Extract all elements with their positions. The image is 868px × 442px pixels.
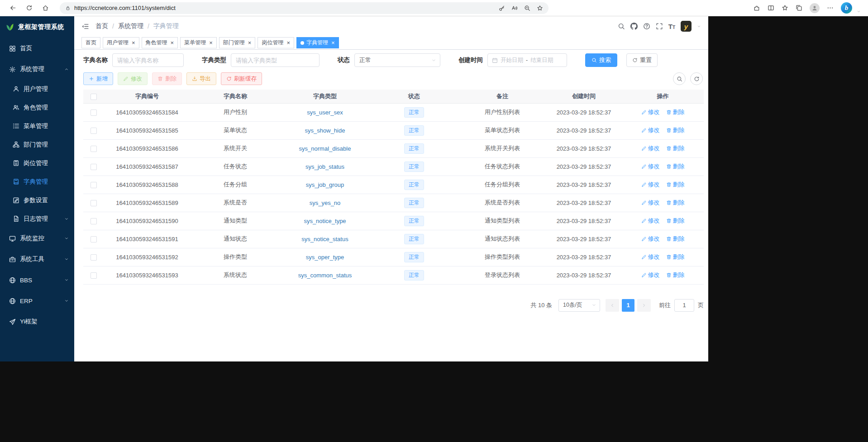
row-edit-link[interactable]: 修改: [641, 271, 660, 279]
add-button[interactable]: 新增: [83, 72, 113, 85]
row-delete-link[interactable]: 删除: [666, 144, 685, 152]
page-number-1[interactable]: 1: [622, 299, 634, 312]
row-edit-link[interactable]: 修改: [641, 162, 660, 171]
row-edit-link[interactable]: 修改: [641, 199, 660, 207]
extensions-icon[interactable]: [754, 5, 760, 11]
browser-menu-icon[interactable]: [827, 5, 834, 11]
row-delete-link[interactable]: 删除: [666, 126, 685, 134]
dict-type-link[interactable]: sys_yes_no: [310, 200, 341, 206]
sidebar-item-role[interactable]: 角色管理: [0, 98, 74, 117]
dict-type-link[interactable]: sys_job_group: [306, 181, 344, 188]
address-bar[interactable]: https://ccnetcore.com:1101/system/dict: [60, 2, 548, 14]
tab-close-icon[interactable]: ×: [331, 40, 335, 46]
row-checkbox[interactable]: [91, 254, 97, 261]
row-delete-link[interactable]: 删除: [666, 235, 685, 243]
tab-user[interactable]: 用户管理×: [103, 37, 139, 48]
favorite-add-icon[interactable]: [537, 5, 543, 11]
browser-refresh-button[interactable]: [21, 1, 37, 15]
dict-type-link[interactable]: sys_user_sex: [307, 109, 343, 116]
export-button[interactable]: 导出: [186, 72, 216, 85]
row-checkbox[interactable]: [91, 200, 97, 206]
user-avatar[interactable]: y: [681, 21, 692, 32]
sidebar-item-bbs[interactable]: BBS: [0, 270, 74, 290]
row-edit-link[interactable]: 修改: [641, 126, 660, 134]
row-edit-link[interactable]: 修改: [641, 144, 660, 152]
row-delete-link[interactable]: 删除: [666, 181, 685, 189]
header-search-icon[interactable]: [618, 23, 625, 30]
breadcrumb-item[interactable]: 首页: [95, 22, 108, 30]
sidebar-item-post[interactable]: 岗位管理: [0, 154, 74, 172]
goto-page-input[interactable]: [674, 299, 694, 312]
sidebar-item-tools[interactable]: 系统工具: [0, 249, 74, 270]
sidebar-item-erp[interactable]: ERP: [0, 290, 74, 311]
sidebar-item-param[interactable]: 参数设置: [0, 191, 74, 209]
row-edit-link[interactable]: 修改: [641, 181, 660, 189]
split-screen-icon[interactable]: [768, 5, 774, 11]
dict-type-input[interactable]: [231, 53, 320, 67]
sidebar-item-user[interactable]: 用户管理: [0, 80, 74, 98]
dict-type-link[interactable]: sys_oper_type: [306, 254, 344, 261]
sidebar-item-home[interactable]: 首页: [0, 38, 74, 59]
breadcrumb-item[interactable]: 系统管理: [118, 22, 143, 30]
refresh-table-button[interactable]: [690, 72, 703, 85]
dict-type-link[interactable]: sys_notice_type: [304, 218, 346, 224]
prev-page-button[interactable]: [606, 299, 619, 312]
tab-dept[interactable]: 部门管理×: [219, 37, 256, 48]
tab-close-icon[interactable]: ×: [171, 40, 174, 46]
reset-button[interactable]: 重置: [626, 53, 658, 67]
next-page-button[interactable]: [637, 299, 651, 312]
row-edit-link[interactable]: 修改: [641, 217, 660, 225]
tab-post[interactable]: 岗位管理×: [258, 37, 294, 48]
browser-back-button[interactable]: [5, 1, 21, 15]
row-delete-link[interactable]: 删除: [666, 271, 685, 279]
row-edit-link[interactable]: 修改: [641, 235, 660, 243]
tab-close-icon[interactable]: ×: [248, 40, 252, 46]
row-delete-link[interactable]: 删除: [666, 217, 685, 225]
font-size-icon[interactable]: TT: [668, 23, 675, 30]
tab-home[interactable]: 首页: [81, 37, 100, 48]
dict-name-input[interactable]: [112, 53, 184, 67]
dict-type-link[interactable]: sys_common_status: [298, 272, 352, 279]
browser-profile-avatar[interactable]: [810, 3, 820, 13]
row-delete-link[interactable]: 删除: [666, 162, 685, 171]
fullscreen-icon[interactable]: [656, 23, 663, 30]
row-checkbox[interactable]: [91, 182, 97, 188]
dict-type-link[interactable]: sys_job_status: [305, 163, 344, 170]
tab-close-icon[interactable]: ×: [286, 40, 290, 46]
favorites-icon[interactable]: [782, 5, 788, 11]
select-all-checkbox[interactable]: [91, 94, 97, 100]
sidebar-item-log[interactable]: 日志管理: [0, 209, 74, 228]
read-aloud-icon[interactable]: [511, 5, 518, 11]
help-icon[interactable]: [643, 23, 650, 30]
row-checkbox[interactable]: [91, 128, 97, 134]
sidebar-item-dict[interactable]: 字典管理: [0, 172, 74, 191]
browser-home-button[interactable]: [37, 1, 53, 15]
delete-button[interactable]: 删除: [152, 72, 182, 85]
status-select[interactable]: 正常: [354, 53, 440, 67]
collections-icon[interactable]: [796, 5, 802, 11]
tab-role[interactable]: 角色管理×: [142, 37, 178, 48]
row-checkbox[interactable]: [91, 218, 97, 224]
row-checkbox[interactable]: [91, 272, 97, 279]
tab-dict[interactable]: 字典管理×: [296, 37, 339, 48]
row-edit-link[interactable]: 修改: [641, 108, 660, 116]
row-checkbox[interactable]: [91, 164, 97, 170]
row-delete-link[interactable]: 删除: [666, 108, 685, 116]
zoom-out-icon[interactable]: [524, 5, 530, 11]
page-size-select[interactable]: 10条/页: [558, 299, 600, 312]
dict-type-link[interactable]: sys_notice_status: [301, 236, 348, 242]
toggle-search-button[interactable]: [673, 72, 686, 85]
dict-type-link[interactable]: sys_normal_disable: [299, 145, 351, 152]
edit-button[interactable]: 修改: [118, 72, 148, 85]
sidebar-item-system[interactable]: 系统管理: [0, 59, 74, 80]
tab-menu[interactable]: 菜单管理×: [180, 37, 217, 48]
row-checkbox[interactable]: [91, 109, 97, 116]
search-button[interactable]: 搜索: [585, 53, 617, 67]
sidebar-item-dept[interactable]: 部门管理: [0, 135, 74, 154]
sidebar-item-yi[interactable]: Yi框架: [0, 311, 74, 332]
row-edit-link[interactable]: 修改: [641, 253, 660, 261]
refresh-cache-button[interactable]: 刷新缓存: [221, 72, 262, 85]
password-icon[interactable]: [499, 5, 505, 11]
sidebar-toggle-icon[interactable]: [81, 23, 89, 30]
sidebar-item-monitor[interactable]: 系统监控: [0, 228, 74, 249]
